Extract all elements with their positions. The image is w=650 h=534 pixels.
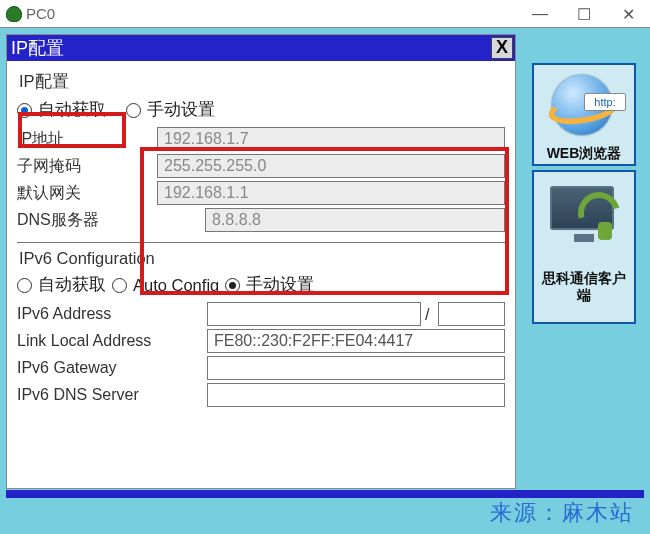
- subnet-mask-label: 子网掩码: [17, 156, 157, 177]
- window-controls: — ☐ ✕: [518, 0, 650, 28]
- subnet-mask-input[interactable]: [157, 154, 505, 178]
- ip-config-titlebar: IP配置 X: [7, 35, 515, 61]
- right-panel: http: WEB浏览器 思科通信客户端: [528, 63, 640, 324]
- prefix-slash: /: [425, 305, 430, 324]
- cisco-client-icon: [542, 178, 626, 266]
- cisco-client-label: 思科通信客户端: [536, 270, 632, 304]
- ipv6-group-label: IPv6 Configuration: [19, 249, 505, 268]
- ipv6-manual-radio[interactable]: [225, 278, 240, 293]
- app-icon: [6, 6, 22, 22]
- close-button[interactable]: ✕: [606, 0, 650, 28]
- web-browser-label: WEB浏览器: [536, 145, 632, 162]
- ip-address-label: IP地址: [17, 129, 157, 150]
- ipv6-auto-radio[interactable]: [17, 278, 32, 293]
- ipv4-auto-radio[interactable]: [17, 103, 32, 118]
- ipv6-address-input[interactable]: [207, 302, 421, 326]
- ipv6-autoconfig-radio[interactable]: [112, 278, 127, 293]
- dns-server-label: DNS服务器: [17, 210, 157, 231]
- web-browser-shortcut[interactable]: http: WEB浏览器: [532, 63, 636, 166]
- ip-address-input[interactable]: [157, 127, 505, 151]
- default-gateway-input[interactable]: [157, 181, 505, 205]
- ipv4-auto-label: 自动获取: [38, 99, 106, 121]
- ipv6-auto-label: 自动获取: [38, 274, 106, 296]
- ipv4-mode-row: 自动获取 手动设置: [17, 99, 505, 121]
- default-gateway-label: 默认网关: [17, 183, 157, 204]
- outer-titlebar: PC0 — ☐ ✕: [0, 0, 650, 28]
- maximize-button[interactable]: ☐: [562, 0, 606, 28]
- minimize-button[interactable]: —: [518, 0, 562, 28]
- watermark-text: 来源：麻木站: [490, 498, 634, 528]
- section-divider: [17, 242, 505, 243]
- web-browser-icon: http:: [542, 71, 626, 141]
- ipv4-manual-label: 手动设置: [147, 99, 215, 121]
- bottom-bar: [6, 490, 644, 498]
- dns-server-input[interactable]: [205, 208, 505, 232]
- http-badge: http:: [584, 93, 626, 111]
- cisco-client-shortcut[interactable]: 思科通信客户端: [532, 170, 636, 324]
- ipv4-manual-radio[interactable]: [126, 103, 141, 118]
- ipv6-manual-label: 手动设置: [246, 274, 314, 296]
- ipv6-mode-row: 自动获取 Auto Config 手动设置: [17, 274, 505, 296]
- ipv6-link-local-label: Link Local Address: [17, 332, 207, 350]
- ipv6-gateway-label: IPv6 Gateway: [17, 359, 207, 377]
- ip-config-body: IP配置 自动获取 手动设置 IP地址 子网掩码 默认网关 DNS: [7, 61, 515, 418]
- window-title: PC0: [26, 5, 55, 22]
- ipv6-dns-input[interactable]: [207, 383, 505, 407]
- ipv4-group-label: IP配置: [19, 71, 505, 93]
- ipv6-autoconfig-label: Auto Config: [133, 276, 219, 295]
- outer-window: PC0 — ☐ ✕ IP配置 X IP配置 自动获取 手动设置 IP地址: [0, 0, 650, 534]
- ipv6-dns-label: IPv6 DNS Server: [17, 386, 207, 404]
- ipv6-address-label: IPv6 Address: [17, 305, 207, 323]
- ip-config-title: IP配置: [11, 36, 64, 60]
- ipv6-prefix-input[interactable]: [438, 302, 505, 326]
- ipv6-gateway-input[interactable]: [207, 356, 505, 380]
- ip-config-window: IP配置 X IP配置 自动获取 手动设置 IP地址 子网掩码 默认网关: [6, 34, 516, 489]
- ipv6-link-local-input[interactable]: [207, 329, 505, 353]
- ip-config-close-button[interactable]: X: [491, 37, 513, 59]
